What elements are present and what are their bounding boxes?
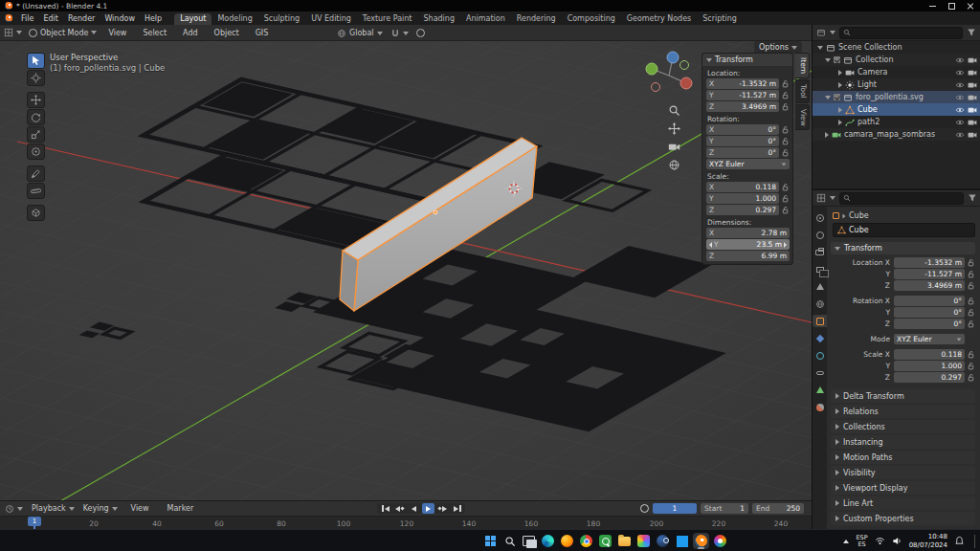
tab-texture-paint[interactable]: Texture Paint [357, 13, 418, 25]
firefox-icon[interactable] [559, 533, 575, 549]
prev-keyframe-button[interactable] [393, 503, 406, 514]
playhead-frame-badge[interactable]: 1 [28, 517, 41, 526]
outliner-row-scene-collection[interactable]: Scene Collection [813, 41, 980, 54]
jump-to-end-button[interactable] [451, 503, 463, 514]
section-viewport-display[interactable]: Viewport Display [831, 481, 975, 495]
maximize-button[interactable] [942, 0, 961, 11]
section-visibility[interactable]: Visibility [831, 466, 975, 479]
outliner-editor-dropdown-icon[interactable] [830, 31, 835, 34]
timeline-view-menu[interactable]: View [126, 504, 154, 513]
editor-type-selector[interactable] [4, 28, 22, 37]
tab-constraints[interactable] [813, 366, 827, 379]
render-visibility-toggle[interactable] [968, 93, 977, 102]
expand-icon[interactable] [838, 70, 842, 76]
cursor-tool[interactable] [27, 70, 45, 86]
dimensions-y-input[interactable]: Y23.5 m [706, 239, 790, 250]
transform-panel-header[interactable]: Transform [702, 54, 792, 66]
keying-menu[interactable]: Keying [83, 504, 118, 513]
select-box-tool[interactable] [27, 53, 45, 69]
section-motion-paths[interactable]: Motion Paths [831, 451, 975, 464]
tab-object-data[interactable] [813, 384, 827, 396]
viewport-menu-view[interactable]: View [103, 29, 131, 37]
rotation-mode-dropdown[interactable]: XYZ Euler [894, 334, 965, 344]
play-button[interactable] [422, 503, 434, 514]
tab-world[interactable] [813, 298, 827, 310]
lock-icon[interactable] [967, 281, 975, 290]
krita-icon[interactable] [635, 533, 652, 549]
location-y-input[interactable]: Y-11.527 m [706, 90, 779, 100]
add-cube-tool[interactable] [27, 205, 45, 221]
chrome-icon[interactable] [578, 533, 594, 549]
expand-icon[interactable] [838, 107, 842, 113]
visibility-toggle[interactable] [955, 93, 965, 102]
tab-scripting[interactable]: Scripting [697, 13, 743, 25]
move-tool[interactable] [27, 92, 45, 108]
filter-icon[interactable] [967, 28, 976, 37]
scale-y-input[interactable]: Y1.000 [706, 193, 779, 204]
lock-icon[interactable] [781, 206, 790, 214]
outliner-row-foro-pollentia[interactable]: foro_pollentia.svg [813, 91, 980, 103]
jump-to-start-button[interactable] [379, 503, 391, 514]
clock[interactable]: 10:48 08/07/2024 [909, 533, 947, 549]
tab-scene[interactable] [813, 280, 827, 293]
render-visibility-toggle[interactable] [968, 68, 977, 77]
taskbar-search-button[interactable] [501, 533, 518, 549]
transform-panel-header[interactable]: Transform [831, 242, 975, 254]
tab-physics[interactable] [813, 349, 827, 362]
lock-icon[interactable] [967, 297, 975, 305]
tab-output[interactable] [813, 246, 827, 258]
scale-x-input[interactable]: X0.118 [706, 182, 779, 192]
dimensions-x-input[interactable]: X2.78 m [706, 228, 790, 238]
outliner-row-cube[interactable]: Cube [813, 103, 980, 116]
section-custom-properties[interactable]: Custom Properties [831, 512, 975, 525]
expand-icon[interactable] [825, 96, 831, 99]
location-z-input[interactable]: 3.4969 m [894, 280, 965, 291]
menu-help[interactable]: Help [140, 14, 167, 23]
viewport-menu-object[interactable]: Object [210, 29, 244, 37]
minimize-button[interactable] [923, 0, 942, 11]
location-x-input[interactable]: X-1.3532 m [706, 78, 779, 89]
mode-selector[interactable]: Object Mode [29, 29, 97, 37]
vscode-icon[interactable] [674, 533, 690, 549]
visibility-toggle[interactable] [955, 118, 965, 127]
pan-icon[interactable] [668, 122, 680, 135]
transform-tool[interactable] [27, 143, 45, 160]
outliner-row-collection[interactable]: Collection [813, 54, 980, 66]
play-reverse-button[interactable] [408, 503, 420, 514]
tab-material[interactable] [813, 401, 827, 413]
lock-icon[interactable] [781, 125, 790, 134]
outliner-row-camara-mapa-sombras[interactable]: camara_mapa_sombras [813, 128, 980, 141]
rotate-tool[interactable] [27, 109, 45, 125]
tab-sculpting[interactable]: Sculpting [258, 13, 305, 25]
viewport-menu-add[interactable]: Add [178, 29, 203, 37]
collection-checkbox[interactable] [834, 94, 840, 100]
visibility-toggle[interactable] [955, 55, 965, 65]
rotation-z-input[interactable]: 0° [894, 319, 965, 329]
expand-icon[interactable] [825, 58, 831, 62]
file-explorer-icon[interactable] [616, 533, 633, 549]
playback-menu[interactable]: Playback [32, 504, 75, 513]
visibility-toggle[interactable] [955, 80, 965, 90]
outliner-row-light[interactable]: Light [813, 78, 980, 91]
menu-render[interactable]: Render [63, 14, 100, 23]
gizmo-y-axis[interactable] [646, 63, 657, 75]
scale-z-input[interactable]: Z0.297 [706, 205, 779, 215]
viewport-menu-select[interactable]: Select [138, 29, 171, 37]
menu-edit[interactable]: Edit [38, 14, 63, 23]
tab-shading[interactable]: Shading [417, 13, 460, 25]
visibility-toggle[interactable] [955, 68, 965, 77]
steam-icon[interactable] [655, 533, 671, 549]
show-desktop-button[interactable] [974, 535, 975, 548]
tab-modeling[interactable]: Modeling [212, 13, 257, 25]
blender-taskbar-icon[interactable] [693, 533, 709, 549]
tab-view-layer[interactable] [813, 263, 827, 276]
frame-end-input[interactable]: End250 [752, 503, 804, 514]
lock-icon[interactable] [781, 102, 790, 111]
expand-icon[interactable] [825, 132, 829, 138]
tab-modifiers[interactable] [813, 332, 827, 344]
tab-animation[interactable]: Animation [460, 13, 511, 25]
photos-icon[interactable] [712, 533, 728, 549]
dimensions-z-input[interactable]: Z6.99 m [706, 251, 790, 261]
current-frame-input[interactable]: 1 [653, 503, 697, 514]
rotation-z-input[interactable]: Z0° [706, 147, 779, 158]
